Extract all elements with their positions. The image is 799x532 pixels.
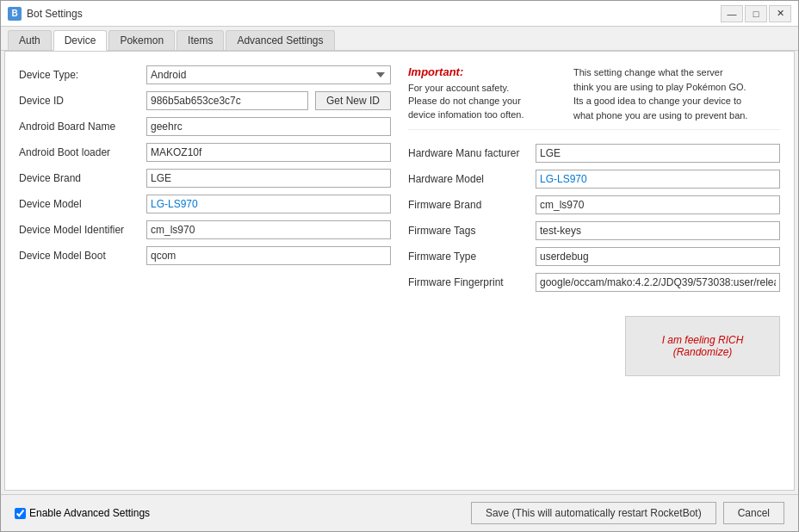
form-area: Device Type: Android iOS Device ID Get N… [19,65,780,476]
close-button[interactable]: ✕ [769,5,791,22]
get-new-id-button[interactable]: Get New ID [315,91,391,110]
android-board-name-label: Android Board Name [19,121,139,133]
firmware-tags-label: Firmware Tags [408,225,529,237]
firmware-brand-label: Firmware Brand [408,199,529,211]
hardware-model-label: Hardware Model [408,173,529,185]
left-section: Device Type: Android iOS Device ID Get N… [19,65,391,476]
firmware-brand-row: Firmware Brand [408,195,780,214]
important-text: For your account safety.Please do not ch… [408,82,563,121]
device-type-row: Device Type: Android iOS [19,65,391,84]
randomize-button[interactable]: I am feeling RICH (Randomize) [625,316,780,376]
app-icon: B [8,7,22,21]
device-brand-input[interactable] [146,169,391,188]
right-section: Important: For your account safety.Pleas… [408,65,780,476]
title-bar-left: B Bot Settings [8,7,83,21]
randomize-line2: (Randomize) [643,346,762,358]
tab-device[interactable]: Device [53,30,108,51]
cancel-button[interactable]: Cancel [723,502,784,524]
device-brand-label: Device Brand [19,172,139,184]
firmware-type-input[interactable] [536,247,780,266]
bottom-left: Enable Advanced Settings [15,507,150,519]
device-model-boot-label: Device Model Boot [19,250,139,262]
android-boot-loader-row: Android Boot loader [19,143,391,162]
tab-pokemon[interactable]: Pokemon [108,30,175,50]
device-model-boot-row: Device Model Boot [19,246,391,265]
hardware-model-input[interactable] [536,170,780,189]
android-board-name-row: Android Board Name [19,117,391,136]
tab-auth[interactable]: Auth [8,30,52,50]
device-brand-row: Device Brand [19,169,391,188]
hardware-model-row: Hardware Model [408,170,780,189]
android-boot-loader-input[interactable] [146,143,391,162]
right-fields: Hardware Manu facturer Hardware Model Fi… [408,144,780,292]
tab-items[interactable]: Items [177,30,224,50]
bottom-bar: Enable Advanced Settings Save (This will… [1,494,798,531]
window: B Bot Settings — □ ✕ Auth Device Pokemon… [0,0,799,532]
device-model-identifier-label: Device Model Identifier [19,224,139,236]
firmware-type-row: Firmware Type [408,247,780,266]
android-boot-loader-label: Android Boot loader [19,146,139,158]
window-title: Bot Settings [27,8,83,20]
tab-advanced-settings[interactable]: Advanced Settings [226,30,334,50]
advanced-settings-checkbox[interactable] [15,508,26,519]
minimize-button[interactable]: — [721,5,743,22]
hardware-manufacturer-row: Hardware Manu facturer [408,144,780,163]
title-controls: — □ ✕ [721,5,791,22]
save-button[interactable]: Save (This will automatically restart Ro… [471,502,716,524]
bottom-right: Save (This will automatically restart Ro… [471,502,784,524]
device-model-input[interactable] [146,195,391,213]
advanced-settings-label: Enable Advanced Settings [29,507,150,519]
firmware-type-label: Firmware Type [408,251,529,263]
device-model-identifier-row: Device Model Identifier [19,220,391,239]
device-id-input[interactable] [146,91,308,110]
device-model-boot-input[interactable] [146,246,391,265]
device-id-row: Device ID Get New ID [19,91,391,110]
firmware-tags-input[interactable] [536,221,780,240]
hardware-manufacturer-input[interactable] [536,144,780,163]
tab-bar: Auth Device Pokemon Items Advanced Setti… [1,27,798,51]
firmware-fingerprint-input[interactable] [536,273,780,292]
randomize-line1: I am feeling RICH [643,334,762,346]
advanced-settings-checkbox-area[interactable]: Enable Advanced Settings [15,507,150,519]
main-content: Device Type: Android iOS Device ID Get N… [4,51,795,491]
android-board-name-input[interactable] [146,117,391,136]
title-bar: B Bot Settings — □ ✕ [1,1,798,27]
firmware-fingerprint-label: Firmware Fingerprint [408,276,529,288]
firmware-fingerprint-row: Firmware Fingerprint [408,273,780,292]
device-id-label: Device ID [19,95,139,107]
firmware-tags-row: Firmware Tags [408,221,780,240]
device-model-identifier-input[interactable] [146,220,391,239]
device-type-select[interactable]: Android iOS [146,65,391,84]
device-type-label: Device Type: [19,69,139,81]
important-title: Important: [408,65,563,78]
hardware-manufacturer-label: Hardware Manu facturer [408,147,529,159]
important-description: This setting change what the serverthink… [573,65,780,122]
maximize-button[interactable]: □ [745,5,767,22]
important-left: Important: For your account safety.Pleas… [408,65,563,122]
device-model-row: Device Model [19,195,391,213]
firmware-brand-input[interactable] [536,195,780,214]
device-model-label: Device Model [19,198,139,210]
important-section: Important: For your account safety.Pleas… [408,65,780,130]
